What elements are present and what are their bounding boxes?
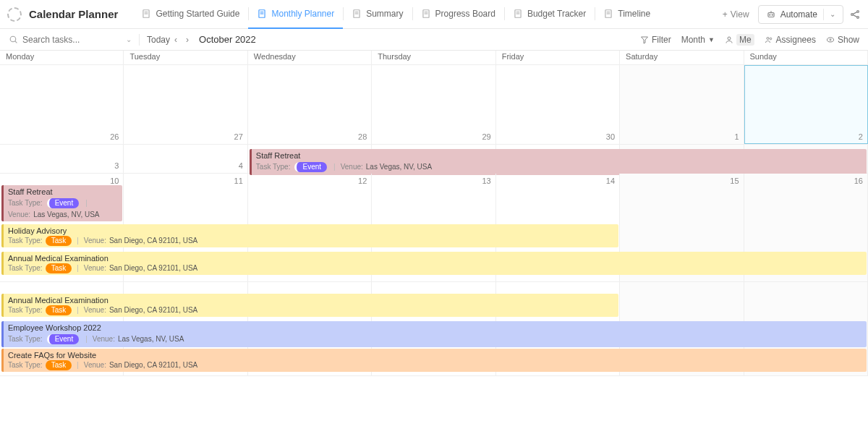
event-title: Create FAQs for Website (8, 350, 862, 360)
day-header: Friday (496, 51, 620, 64)
day-number: 3 (114, 161, 119, 170)
assignees-label: Assignees (776, 35, 816, 45)
day-cell[interactable]: 30 (496, 65, 620, 144)
tab-label: Budget Tracker (527, 9, 586, 19)
tab-label: Summary (366, 9, 403, 19)
view-mode-button[interactable]: Month ▼ (681, 35, 715, 45)
day-number: 2 (859, 132, 863, 141)
tab-timeline[interactable]: Timeline (595, 0, 659, 29)
day-header: Wednesday (248, 51, 372, 64)
day-cell[interactable]: 28 (248, 65, 372, 144)
tab-label: Getting Started Guide (156, 9, 239, 19)
automate-button[interactable]: Automate ⌄ (758, 5, 843, 24)
svg-point-20 (772, 14, 773, 15)
event-title: Staff Retreat (8, 187, 118, 197)
next-month-button[interactable]: › (182, 35, 193, 45)
weeks: 2627282930123456789Staff RetreatTask Typ… (0, 65, 868, 376)
tab-getting-started-guide[interactable]: Getting Started Guide (132, 0, 248, 29)
calendar-event[interactable]: Annual Medical ExaminationTask Type: Tas… (1, 294, 618, 317)
calendar-event[interactable]: Create FAQs for WebsiteTask Type: Task |… (1, 349, 867, 372)
chevron-down-icon[interactable]: ⌄ (126, 35, 132, 43)
week-row: 10111213141516Staff RetreatTask Type: Ev… (0, 174, 868, 282)
page-title: Calendar Planner (29, 8, 118, 20)
calendar-event[interactable]: Staff RetreatTask Type: Event |Venue: La… (1, 185, 122, 221)
svg-point-31 (767, 37, 769, 39)
doc-icon (257, 9, 267, 19)
week-row: Annual Medical ExaminationTask Type: Tas… (0, 282, 868, 376)
day-number: 13 (482, 177, 490, 185)
event-meta: Task Type: Event | Venue: Las Vegas, NV,… (256, 161, 862, 174)
event-venue: Venue: Las Vegas, NV, USA (8, 210, 118, 220)
day-cell[interactable]: 27 (124, 65, 247, 144)
day-number: 4 (239, 161, 243, 170)
automate-label: Automate (780, 9, 817, 20)
event-title: Staff Retreat (256, 150, 862, 161)
tab-label: Progress Board (435, 9, 495, 19)
day-cell[interactable]: 3 (0, 145, 124, 173)
day-number: 27 (234, 132, 243, 141)
svg-point-24 (857, 16, 859, 18)
day-cell[interactable]: 1 (620, 65, 744, 144)
event-title: Employee Workshop 2022 (8, 323, 862, 333)
prev-month-button[interactable]: ‹ (170, 35, 182, 45)
plus-icon: + (723, 9, 728, 20)
day-cell[interactable]: 2 (744, 65, 868, 144)
calendar-event[interactable]: Annual Medical ExaminationTask Type: Tas… (1, 252, 867, 275)
today-button[interactable]: Today (147, 35, 170, 45)
week-row: 262728293012 (0, 65, 868, 145)
app-logo (7, 7, 22, 22)
filter-button[interactable]: Filter (640, 35, 671, 45)
svg-marker-29 (641, 37, 647, 43)
search-wrap: ⌄ (9, 35, 132, 45)
tab-budget-tracker[interactable]: Budget Tracker (504, 0, 595, 29)
day-header: Saturday (620, 51, 744, 64)
add-view-button[interactable]: + View (714, 9, 758, 20)
assignees-button[interactable]: Assignees (765, 35, 816, 45)
svg-line-25 (853, 12, 856, 14)
tabs: Getting Started GuideMonthly PlannerSumm… (132, 0, 713, 29)
eye-icon (826, 35, 835, 44)
event-meta: Task Type: Task | Venue: San Diego, CA 9… (8, 360, 862, 370)
calendar-event[interactable]: Staff RetreatTask Type: Event | Venue: L… (250, 149, 867, 175)
day-headers: MondayTuesdayWednesdayThursdayFridaySatu… (0, 51, 868, 65)
tab-label: Monthly Planner (271, 9, 334, 19)
day-number: 10 (110, 177, 119, 185)
view-mode-label: Month (681, 35, 705, 45)
event-title: Holiday Advisory (8, 226, 614, 236)
search-input[interactable] (22, 35, 102, 45)
svg-point-32 (770, 38, 772, 40)
me-label: Me (736, 34, 754, 46)
search-icon (9, 35, 18, 44)
me-filter-button[interactable]: Me (725, 34, 754, 46)
day-header: Tuesday (124, 51, 247, 64)
day-cell[interactable]: 26 (0, 65, 124, 144)
event-title: Annual Medical Examination (8, 295, 614, 305)
header-right: Automate ⌄ (758, 5, 861, 24)
week-row: 3456789Staff RetreatTask Type: Event | V… (0, 145, 868, 174)
month-label: October 2022 (199, 34, 256, 45)
chevron-down-icon: ▼ (708, 36, 715, 43)
day-number: 14 (606, 177, 615, 185)
event-meta: Task Type: Event | Venue: Las Vegas, NV,… (8, 333, 862, 346)
calendar-event[interactable]: Holiday AdvisoryTask Type: Task | Venue:… (1, 224, 618, 247)
toolbar-right: Filter Month ▼ Me Assignees Show (640, 34, 859, 46)
event-meta: Task Type: Task | Venue: San Diego, CA 9… (8, 263, 862, 273)
day-header: Monday (0, 51, 124, 64)
svg-line-26 (853, 14, 856, 17)
day-cell[interactable]: 29 (372, 65, 495, 144)
doc-icon (141, 9, 151, 19)
show-button[interactable]: Show (826, 35, 859, 45)
day-number: 26 (110, 132, 119, 141)
tab-monthly-planner[interactable]: Monthly Planner (248, 0, 343, 29)
day-header: Thursday (372, 51, 495, 64)
doc-icon (352, 9, 362, 19)
tab-summary[interactable]: Summary (343, 0, 412, 29)
filter-label: Filter (652, 35, 671, 45)
tab-progress-board[interactable]: Progress Board (412, 0, 504, 29)
share-icon[interactable] (849, 9, 861, 20)
day-number: 1 (734, 132, 739, 141)
svg-point-23 (857, 10, 859, 12)
calendar-event[interactable]: Employee Workshop 2022Task Type: Event |… (1, 321, 867, 347)
day-cell[interactable]: 4 (124, 145, 247, 173)
doc-icon (603, 9, 613, 19)
